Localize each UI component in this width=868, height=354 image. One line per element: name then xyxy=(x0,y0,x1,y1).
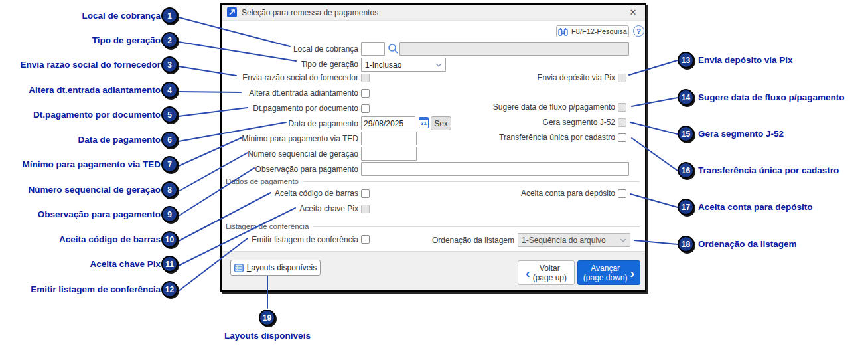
chevron-left-icon: ‹ xyxy=(526,266,530,280)
search-f8-f12-button[interactable]: F8/F12-Pesquisa xyxy=(556,25,629,37)
callout-label: Gera segmento J-52 xyxy=(698,128,784,141)
callout-badge: 16 xyxy=(678,162,694,179)
layouts-button-label: Layouts disponíveis xyxy=(247,263,317,272)
field-label-aceita-barras: Aceita código de barras xyxy=(222,189,358,198)
observacao-input[interactable] xyxy=(361,162,629,176)
callout-badge: 8 xyxy=(161,181,178,198)
help-icon[interactable]: ? xyxy=(633,25,644,37)
callout-badge: 18 xyxy=(678,236,694,252)
ordenacao-listagem-value: 1-Sequência do arquivo xyxy=(522,236,606,245)
callout-label: Transferência única por cadastro xyxy=(698,164,839,177)
voltar-label: Voltar xyxy=(540,264,560,273)
callout-label: Mínimo para pagamento via TED xyxy=(22,158,161,171)
dialog-titlebar: Seleção para remessa de pagamentos ✕ xyxy=(222,5,645,21)
callout-label: Altera dt.entrada adiantamento xyxy=(29,84,161,97)
callout-label: Sugere data de fluxo p/pagamento xyxy=(698,91,845,104)
callout-badge: 10 xyxy=(161,231,178,248)
field-label-aceita-conta: Aceita conta para depósito xyxy=(381,189,615,198)
close-icon[interactable]: ✕ xyxy=(626,7,640,17)
transferencia-unica-checkbox[interactable] xyxy=(618,133,626,142)
payment-remittance-dialog: Seleção para remessa de pagamentos ✕ F8/… xyxy=(220,3,646,292)
avancar-label: Avançar xyxy=(591,264,620,273)
callout-label: Local de cobrança xyxy=(82,9,161,23)
dt-pagamento-doc-checkbox[interactable] xyxy=(361,104,370,113)
callout-label: Emitir listagem de conferência xyxy=(31,283,161,296)
aceita-codigo-barras-checkbox[interactable] xyxy=(361,189,370,198)
callout-badge: 12 xyxy=(161,281,178,298)
field-label-observacao: Observação para pagamento xyxy=(222,163,358,176)
field-label-numero-sequencial: Número sequencial de geração xyxy=(222,147,358,161)
field-label-envia-deposito-pix: Envia depósito via Pix xyxy=(381,74,615,82)
callout-label: Layouts disponíveis xyxy=(194,329,340,343)
group-dados-pagamento-label: Dados de pagamento xyxy=(224,177,303,187)
callout-badge: 6 xyxy=(161,132,178,148)
callout-label: Aceita código de barras xyxy=(59,233,161,246)
callout-label: Data de pagamento xyxy=(78,133,161,147)
callout-label: Número sequencial de geração xyxy=(28,183,161,197)
voltar-button[interactable]: ‹ Voltar (page up) xyxy=(518,260,575,285)
avancar-sublabel: (page down) xyxy=(583,273,628,282)
emitir-listagem-checkbox[interactable] xyxy=(361,235,370,244)
chevron-down-icon xyxy=(435,63,442,67)
annotated-screenshot: Seleção para remessa de pagamentos ✕ F8/… xyxy=(0,0,868,354)
callout-badge: 5 xyxy=(161,106,178,123)
callout-badge: 4 xyxy=(161,82,178,98)
callout-badge: 13 xyxy=(678,52,694,68)
callout-badge: 17 xyxy=(678,199,694,215)
group-dados-pagamento: Dados de pagamento xyxy=(224,181,640,182)
layouts-button[interactable]: Layouts disponíveis xyxy=(230,260,321,276)
callout-badge: 2 xyxy=(161,32,178,48)
callout-label: Envia razão social do fornecedor xyxy=(20,58,161,72)
field-label-minimo-ted: Mínimo para pagamento via TED xyxy=(222,132,358,145)
callout-badge: 1 xyxy=(161,7,178,24)
callout-label: Envia depósito via Pix xyxy=(698,54,793,67)
callout-label: Dt.pagamento por documento xyxy=(33,108,161,122)
search-button-label: F8/F12-Pesquisa xyxy=(571,27,627,35)
field-label-transferencia-unica: Transferência única por cadastro xyxy=(381,133,615,142)
numero-sequencial-input[interactable] xyxy=(361,147,417,161)
field-label-tipo-geracao: Tipo de geração xyxy=(222,58,358,71)
magnifier-icon[interactable] xyxy=(388,43,399,56)
dialog-title: Seleção para remessa de pagamentos xyxy=(242,8,378,17)
field-label-emitir-listagem: Emitir listagem de conferência xyxy=(222,235,358,244)
callout-badge: 3 xyxy=(161,56,178,73)
field-label-envia-razao: Envia razão social do fornecedor xyxy=(222,74,358,82)
tipo-geracao-select[interactable]: 1-Inclusão xyxy=(361,58,446,72)
callout-badge: 15 xyxy=(678,126,694,142)
envia-deposito-pix-checkbox xyxy=(618,74,626,82)
callout-label: Aceita conta para depósito xyxy=(698,201,813,214)
callout-label: Aceita chave Pix xyxy=(90,258,161,271)
callout-badge: 11 xyxy=(161,256,178,272)
chevron-down-icon xyxy=(620,238,626,242)
app-arrow-icon xyxy=(227,7,237,17)
voltar-sublabel: (page up) xyxy=(533,273,567,282)
field-label-ordenacao: Ordenação da listagem xyxy=(381,234,514,248)
tipo-geracao-value: 1-Inclusão xyxy=(365,60,401,70)
field-label-sugere-fluxo: Sugere data de fluxo p/pagamento xyxy=(381,103,615,112)
group-listagem-conferencia-label: Listagem de conferência xyxy=(224,222,313,232)
chevron-right-icon: › xyxy=(630,266,635,280)
avancar-button[interactable]: Avançar (page down) › xyxy=(577,260,640,285)
local-cobranca-code-input[interactable] xyxy=(361,42,385,56)
aceita-conta-deposito-checkbox[interactable] xyxy=(618,189,626,198)
callout-badge: 9 xyxy=(161,206,178,222)
local-cobranca-desc-input xyxy=(399,42,629,56)
callout-label: Observação para pagamento xyxy=(38,208,161,221)
callout-badge: 19 xyxy=(259,310,275,326)
field-label-aceita-chave-pix: Aceita chave Pix xyxy=(222,205,358,213)
callout-badge: 7 xyxy=(161,156,178,173)
altera-dt-entrada-checkbox[interactable] xyxy=(361,89,370,98)
field-label-gera-j52: Gera segmento J-52 xyxy=(381,118,615,127)
envia-razao-checkbox xyxy=(361,74,370,82)
group-listagem-conferencia: Listagem de conferência xyxy=(224,226,640,227)
callout-badge: 14 xyxy=(678,89,694,106)
callout-label: Ordenação da listagem xyxy=(698,238,797,251)
gera-segmento-j52-checkbox xyxy=(618,118,626,127)
ordenacao-listagem-select: 1-Sequência do arquivo xyxy=(518,233,630,247)
field-label-local-cobranca: Local de cobrança xyxy=(222,43,358,56)
field-label-dt-pagamento-doc: Dt.pagamento por documento xyxy=(222,104,358,113)
callout-label: Tipo de geração xyxy=(92,34,161,47)
sugere-fluxo-checkbox xyxy=(618,103,626,112)
field-label-data-pagamento: Data de pagamento xyxy=(222,117,358,130)
field-label-altera-dt: Altera dt.entrada adiantamento xyxy=(222,89,358,98)
